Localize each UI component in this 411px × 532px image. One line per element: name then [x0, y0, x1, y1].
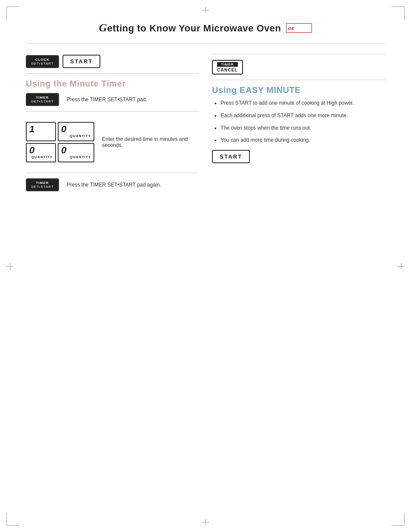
step3-description: Press the TIMER SET•START pad again. [67, 182, 199, 188]
timer-cancel-bottom-label: CANCEL [217, 67, 238, 72]
easy-minute-title: Using EASY MINUTE [212, 85, 385, 95]
cross-mark-bottom [202, 519, 209, 526]
minute-timer-title: Using the Minute Timer [26, 79, 199, 89]
timer-cancel-button[interactable]: TIMER CANCEL [212, 60, 243, 75]
brand-logo-text: GE [286, 26, 296, 31]
numpad-cell-2: 0 QUANTITY [58, 122, 94, 141]
cross-mark-top [202, 6, 209, 13]
page: Getting to Know Your Microwave Oven GE C… [0, 0, 411, 532]
right-top-divider [212, 54, 385, 54]
timer-btn-top-3: TIMER [36, 181, 49, 185]
start-button-bottom-row: START [212, 150, 385, 163]
timer-btn-main: SET•START [31, 100, 54, 103]
clock-button-sub-label: SET•START [31, 62, 54, 65]
numpad-display: 1 0 QUANTITY 0 QUANTITY 0 QUANTITY [26, 122, 94, 162]
clock-start-buttons: CLOCK SET•START START [26, 55, 199, 68]
numpad-num-4: 0 [61, 146, 66, 155]
timer-btn-top: TIMER [36, 96, 49, 100]
bullet-item-3: The oven stops when the time runs out. [221, 124, 385, 132]
timer-cancel-top-label: TIMER [217, 62, 238, 67]
numpad-num-2: 0 [61, 124, 66, 134]
numpad-label-3: QUANTITY [31, 155, 53, 159]
timer-btn-main-3: SET•START [31, 185, 54, 189]
cross-mark-right [398, 263, 405, 270]
two-column-layout: CLOCK SET•START START Using the Minute T… [26, 49, 385, 194]
header-divider [26, 43, 385, 44]
step3-row: TIMER SET•START Press the TIMER SET•STAR… [26, 178, 199, 191]
easy-minute-bullets: Press START to add one minute of cooking… [212, 100, 385, 144]
corner-mark-tl [6, 6, 19, 19]
numpad-num-1: 1 [29, 124, 34, 134]
start-button-label: START [70, 58, 93, 65]
numpad-cell-3: 0 QUANTITY [26, 143, 56, 162]
step2-description: Enter the desired time in minutes and se… [102, 136, 199, 148]
clock-set-start-button[interactable]: CLOCK SET•START [26, 55, 59, 68]
left-top-divider [26, 73, 199, 74]
bullet-item-4: You can add more time during cooking. [221, 137, 385, 144]
timer-set-start-button-step1[interactable]: TIMER SET•START [26, 93, 59, 106]
left-bot-divider [26, 173, 199, 173]
timer-cancel-section: TIMER CANCEL [212, 59, 385, 75]
numpad-cell-1: 1 [26, 122, 56, 141]
step1-row: TIMER SET•START Press the TIMER SET•STAR… [26, 93, 199, 106]
clock-button-top-label: CLOCK [35, 58, 50, 62]
title-rest: etting to Know Your Microwave Oven [107, 23, 281, 34]
corner-mark-br [392, 513, 405, 526]
right-column: TIMER CANCEL Using EASY MINUTE Press STA… [212, 49, 385, 194]
step2-row: 1 0 QUANTITY 0 QUANTITY 0 QUANTITY [26, 117, 199, 168]
numpad-label-4: QUANTITY [70, 155, 91, 159]
title-italic-g: G [99, 22, 107, 34]
left-column: CLOCK SET•START START Using the Minute T… [26, 49, 199, 194]
step1-description: Press the TIMER SET•START pad. [67, 96, 199, 103]
cross-mark-left [6, 263, 13, 270]
start-button-top[interactable]: START [62, 55, 100, 68]
start-button-bottom[interactable]: START [212, 150, 250, 163]
bullet-item-1: Press START to add one minute of cooking… [221, 100, 385, 107]
brand-logo: GE [286, 23, 312, 33]
right-mid-divider [212, 80, 385, 80]
numpad-num-3: 0 [29, 146, 34, 155]
corner-mark-bl [6, 513, 19, 526]
corner-mark-tr [392, 6, 405, 19]
numpad-cell-4: 0 QUANTITY [58, 143, 94, 162]
left-mid-divider [26, 111, 199, 112]
page-header: Getting to Know Your Microwave Oven GE [26, 22, 385, 34]
page-title: Getting to Know Your Microwave Oven [99, 22, 281, 34]
numpad-label-2: QUANTITY [70, 134, 91, 138]
bullet-item-2: Each additional press of START adds one … [221, 112, 385, 119]
start-button-bottom-label: START [220, 153, 242, 160]
timer-set-start-button-step3[interactable]: TIMER SET•START [26, 178, 59, 191]
